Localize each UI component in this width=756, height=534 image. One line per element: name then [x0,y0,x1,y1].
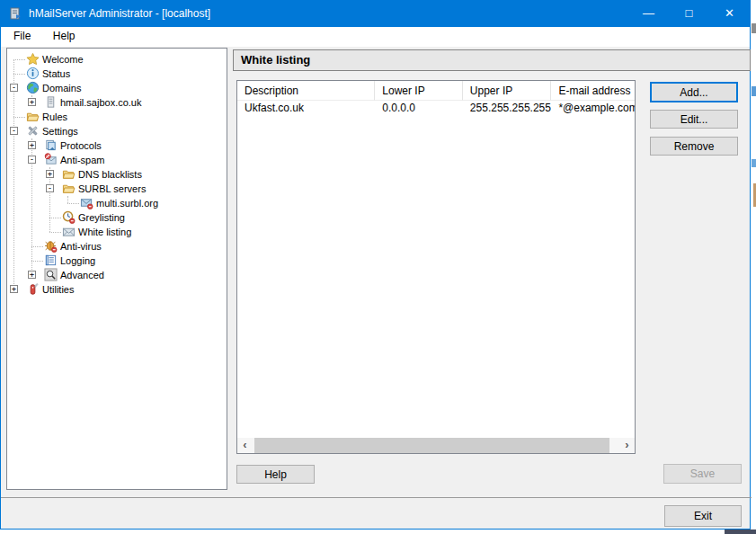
domain-doc-icon [44,95,58,109]
bottom-separator [1,497,752,498]
tree-connector [13,74,25,75]
tree-item-utilities[interactable]: +Utilities [7,282,227,297]
menu-bar: File Help [1,27,750,47]
tree-connector [31,261,43,262]
utility-knife-icon [26,282,40,296]
horizontal-scrollbar[interactable]: ‹ › [237,438,635,453]
tree-item-label: multi.surbl.org [96,196,158,210]
app-window: hMailServer Administrator - [localhost] … [0,0,751,530]
expand-icon[interactable]: + [28,98,36,106]
tree-item-anti-spam[interactable]: -Anti-spam [7,153,227,167]
tree-item-multi-surbl-org[interactable]: multi.surbl.org [7,196,227,210]
antispam-icon [44,153,58,166]
maximize-button[interactable]: □ [669,0,709,27]
help-button[interactable]: Help [236,465,315,484]
log-icon [44,254,58,267]
desktop-fragment [752,23,756,33]
expand-icon[interactable]: + [10,285,18,293]
tree-item-label: Status [42,67,70,81]
expand-icon[interactable]: + [28,271,36,279]
tree-connector [49,232,61,233]
protocols-icon [44,138,58,152]
tree-item-greylisting[interactable]: Greylisting [7,210,227,225]
tree-item-status[interactable]: Status [7,67,227,81]
tree-item-label: hmail.sajbox.co.uk [60,95,142,110]
tree-item-anti-virus[interactable]: Anti-virus [7,239,227,254]
folder-icon [62,167,76,181]
tree-item-domains[interactable]: -Domains [7,81,227,95]
window-title: hMailServer Administrator - [localhost] [29,7,210,20]
title-bar: hMailServer Administrator - [localhost] … [1,0,750,27]
tree-item-label: SURBL servers [78,182,146,196]
tree-item-settings[interactable]: -Settings [7,124,227,138]
mail-icon [62,225,76,238]
tree-connector [49,218,61,218]
globe-icon [26,81,40,94]
tree-item-label: Anti-virus [60,239,102,254]
tree-item-dns-blacklists[interactable]: +DNS blacklists [7,167,227,182]
tree-item-label: Logging [60,254,95,268]
desktop-fragment [752,159,756,167]
menu-file[interactable]: File [4,27,40,45]
whitelist-listview[interactable]: DescriptionLower IPUpper IPE-mail addres… [236,80,636,454]
app-icon [8,6,22,21]
column-header-e-mail-address[interactable]: E-mail address [551,81,635,101]
expand-icon[interactable]: + [46,170,54,178]
column-header-lower-ip[interactable]: Lower IP [375,81,463,101]
scroll-right-icon[interactable]: › [619,438,635,453]
close-button[interactable]: ✕ [709,0,750,27]
column-header-description[interactable]: Description [237,81,375,101]
info-icon [26,67,40,80]
tree-item-protocols[interactable]: +Protocols [7,138,227,153]
scroll-left-icon[interactable]: ‹ [237,438,253,453]
column-header-upper-ip[interactable]: Upper IP [463,81,552,101]
tree-item-label: Settings [42,124,78,138]
tree-item-label: Utilities [42,282,74,297]
tree-connector [13,59,25,60]
tree-item-label: DNS blacklists [78,167,142,182]
expand-icon[interactable]: + [28,141,36,149]
menu-help[interactable]: Help [44,27,84,45]
star-icon [26,52,40,66]
cell-e-mail-address: *@example.com [551,101,635,116]
tree-item-rules[interactable]: Rules [7,110,227,124]
save-button[interactable]: Save [663,464,742,484]
cell-upper-ip: 255.255.255.255 [463,101,552,116]
collapse-icon[interactable]: - [10,84,18,92]
tree-item-welcome[interactable]: Welcome [7,52,227,67]
folder-icon [26,110,40,123]
mail-block-icon [80,196,93,209]
tree-item-logging[interactable]: Logging [7,254,227,268]
table-row[interactable]: Ukfast.co.uk0.0.0.0255.255.255.255*@exam… [237,101,635,116]
tree-item-label: Rules [42,110,67,124]
minimize-button[interactable]: — [628,0,669,27]
remove-button[interactable]: Remove [650,137,738,156]
tree-item-hmail-sajbox-co-uk[interactable]: +hmail.sajbox.co.uk [7,95,227,110]
collapse-icon[interactable]: - [10,127,18,135]
page-title: White listing [234,50,750,70]
scrollbar-thumb[interactable] [254,438,609,453]
desktop-fragment [752,86,756,96]
desktop-fragment [725,530,756,534]
tree-item-label: Domains [42,81,81,95]
add-button[interactable]: Add... [650,82,738,102]
cell-description: Ukfast.co.uk [237,101,375,116]
navigation-tree: WelcomeStatus-Domains+hmail.sajbox.co.uk… [6,48,227,490]
cell-lower-ip: 0.0.0.0 [375,101,463,116]
collapse-icon[interactable]: - [28,156,36,164]
edit-button[interactable]: Edit... [650,110,738,129]
collapse-icon[interactable]: - [46,184,54,192]
tree-item-label: White listing [78,225,131,239]
tree-item-label: Protocols [60,138,102,153]
tools-icon [26,124,40,138]
tree-item-label: Greylisting [78,210,125,225]
tree-item-advanced[interactable]: +Advanced [7,268,227,282]
exit-button[interactable]: Exit [664,505,742,527]
tree-connector [31,246,43,247]
tree-item-surbl-servers[interactable]: -SURBL servers [7,182,227,196]
magnifier-icon [44,268,58,281]
tree-item-label: Anti-spam [60,153,105,167]
tree-connector [13,117,25,118]
folder-icon [62,182,76,195]
tree-item-white-listing[interactable]: White listing [7,225,227,239]
